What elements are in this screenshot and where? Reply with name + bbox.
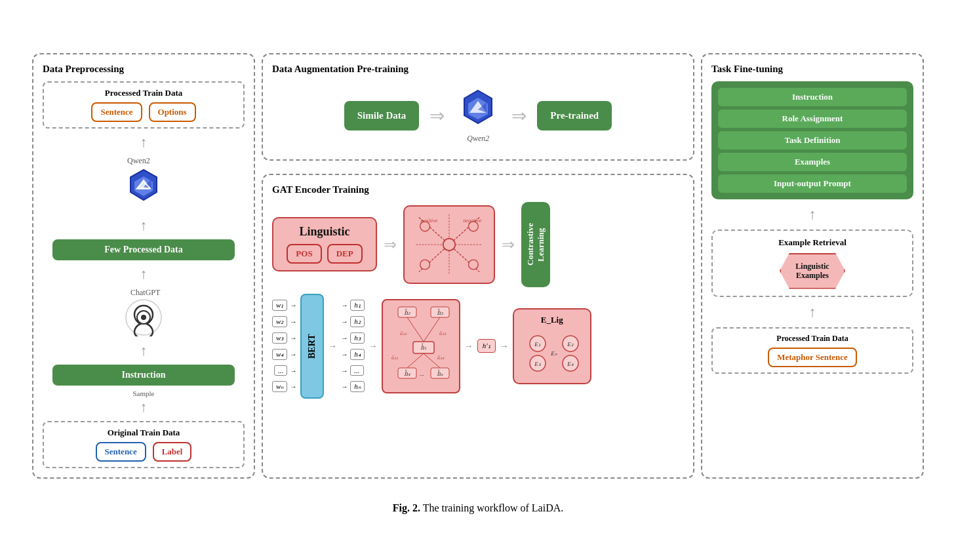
qwen2-mid: Qwen2	[455, 88, 501, 144]
original-train-label: Original Train Data	[52, 428, 235, 438]
svg-text:h̄₁: h̄₁	[420, 344, 427, 351]
h1prime-box: h'₁	[477, 339, 496, 353]
ft-item-1: Role Assignment	[718, 110, 907, 128]
svg-point-19	[420, 260, 430, 270]
qwen2-mid-label: Qwen2	[467, 134, 489, 144]
svg-text:ā₁₂: ā₁₂	[400, 330, 407, 336]
sentence-box: Sentence	[91, 102, 142, 122]
middle-bottom-panel: GAT Encoder Training Linguistic POS DEP …	[262, 174, 694, 479]
main-container: Data Preprocessing Processed Train Data …	[19, 40, 937, 521]
svg-point-16	[443, 238, 455, 250]
arrow-up-right: ↑	[711, 207, 913, 222]
right-content: Instruction Role Assignment Task Definit…	[711, 81, 913, 374]
qwen2-logo	[121, 166, 167, 212]
arrow-to-h1prime: →	[464, 341, 473, 351]
label-box: Label	[153, 442, 192, 462]
fine-tuning-box: Instruction Role Assignment Task Definit…	[711, 81, 913, 199]
h3: → h₃	[341, 332, 365, 344]
h-column: → h₁ → h₂ → h₃ → h₄	[341, 300, 365, 392]
svg-text:ā₁₃: ā₁₃	[439, 330, 447, 336]
svg-text:Eₙ: Eₙ	[550, 350, 557, 357]
svg-text:h̄₂: h̄₂	[404, 309, 410, 316]
bert-to-h: →	[328, 341, 337, 351]
w2: w₂ →	[272, 316, 296, 327]
simile-data-box: Simile Data	[344, 101, 420, 130]
arrow-up-1: ↑	[140, 135, 148, 150]
left-panel-title: Data Preprocessing	[43, 64, 245, 75]
hn: → hₙ	[341, 381, 365, 392]
svg-point-7	[141, 315, 146, 320]
qwen2-label-left: Qwen2	[127, 156, 150, 166]
gat-attention-box: h̄₂ h̄₃ ā₁₂ ā₁₃ h̄₁ ā₁₁ ā₁₄	[382, 299, 460, 393]
figure-caption: Fig. 2. The training workflow of LaiDA.	[19, 502, 937, 521]
few-processed-box: Few Processed Data	[52, 239, 234, 260]
arrow-up-3: ↑	[140, 267, 148, 281]
sentence2-box: Sentence	[96, 442, 146, 462]
dep-box: DEP	[327, 244, 363, 264]
h2: → h₂	[341, 316, 365, 327]
svg-line-38	[407, 317, 424, 342]
ft-item-3: Examples	[718, 153, 907, 171]
metaphor-sentence-box: Metaphor Sentence	[768, 348, 857, 367]
right-panel: Task Fine-tuning Instruction Role Assign…	[701, 53, 924, 479]
arrow-up-4: ↑	[140, 344, 148, 358]
pre-trained-box: Pre-trained	[537, 101, 612, 130]
svg-text:positive: positive	[420, 217, 438, 223]
metaphor-wrapper: Metaphor Sentence	[718, 348, 907, 367]
scatter-box: positive negative	[403, 205, 495, 284]
contrastive-box: Contrastive Learning	[521, 202, 550, 287]
right-panel-title: Task Fine-tuning	[711, 64, 913, 75]
options-box: Options	[149, 102, 196, 122]
processed-train-small-title: Processed Train Data	[718, 334, 907, 344]
left-content: Processed Train Data Sentence Options ↑ …	[43, 81, 245, 468]
svg-text:E₂: E₂	[567, 341, 574, 348]
svg-text:ā₁₄: ā₁₄	[437, 355, 445, 361]
w3: w₃ →	[272, 332, 296, 344]
w-column: w₁ → w₂ → w₃ → w₄ →	[272, 300, 296, 392]
elig-box: E_Lig E₁ E₂ E₃ E₄ Eₙ	[513, 308, 591, 384]
middle-top-panel: Data Augmentation Pre-training Simile Da…	[262, 53, 694, 161]
middle-top-title: Data Augmentation Pre-training	[272, 64, 684, 75]
svg-text:E₃: E₃	[534, 361, 541, 367]
chatgpt-logo	[124, 298, 163, 337]
arrow-up-5: ↑	[140, 400, 148, 414]
svg-text:negative: negative	[463, 217, 481, 223]
gat-title: GAT Encoder Training	[272, 184, 684, 195]
svg-text:E₁: E₁	[534, 341, 541, 348]
gat-bottom-row: w₁ → w₂ → w₃ → w₄ →	[272, 294, 684, 399]
w4: w₄ →	[272, 349, 296, 360]
arrow-up-2: ↑	[140, 218, 148, 233]
caption-bold: Fig. 2.	[393, 502, 420, 513]
middle-panels: Data Augmentation Pre-training Simile Da…	[262, 53, 694, 479]
arrow-ling: ⇒	[384, 235, 397, 254]
processed-train-small-box: Processed Train Data Metaphor Sentence	[711, 327, 913, 374]
h4: → h₄	[341, 349, 365, 360]
arrow-r1: ⇒	[429, 105, 445, 127]
diagram-area: Data Preprocessing Processed Train Data …	[19, 40, 937, 492]
augmentation-row: Simile Data ⇒ Qwen2 ⇒	[272, 81, 684, 150]
left-panel: Data Preprocessing Processed Train Data …	[32, 53, 255, 479]
svg-point-20	[469, 260, 479, 270]
hexagon-wrapper: Linguistic Examples	[719, 253, 906, 289]
svg-text:h̄₄: h̄₄	[404, 370, 410, 377]
linguistic-title: Linguistic	[283, 225, 367, 239]
w1: w₁ →	[272, 300, 296, 311]
arrow-r2: ⇒	[511, 105, 527, 127]
processed-train-box: Processed Train Data Sentence Options	[43, 81, 245, 129]
svg-text:h̄ₙ: h̄ₙ	[437, 370, 443, 377]
example-retrieval-title: Example Retrieval	[719, 237, 906, 248]
linguistic-box: Linguistic POS DEP	[272, 217, 377, 271]
sample-section: Sample ↑	[133, 390, 155, 417]
bert-box: BERT	[300, 294, 324, 399]
chatgpt-label: ChatGPT	[130, 288, 160, 298]
ft-item-2: Task Definition	[718, 131, 907, 150]
gat-top-row: Linguistic POS DEP ⇒	[272, 202, 684, 287]
arrow-to-elig: →	[500, 341, 509, 351]
svg-text:h̄₃: h̄₃	[437, 309, 443, 316]
processed-train-label: Processed Train Data	[52, 88, 235, 98]
linguistic-examples-hex: Linguistic Examples	[780, 253, 845, 289]
chatgpt-section: ChatGPT	[124, 288, 163, 337]
svg-text:ā₁₁: ā₁₁	[391, 355, 398, 361]
arrow-up-right2: ↑	[711, 305, 913, 319]
svg-text:E₄: E₄	[567, 361, 574, 367]
